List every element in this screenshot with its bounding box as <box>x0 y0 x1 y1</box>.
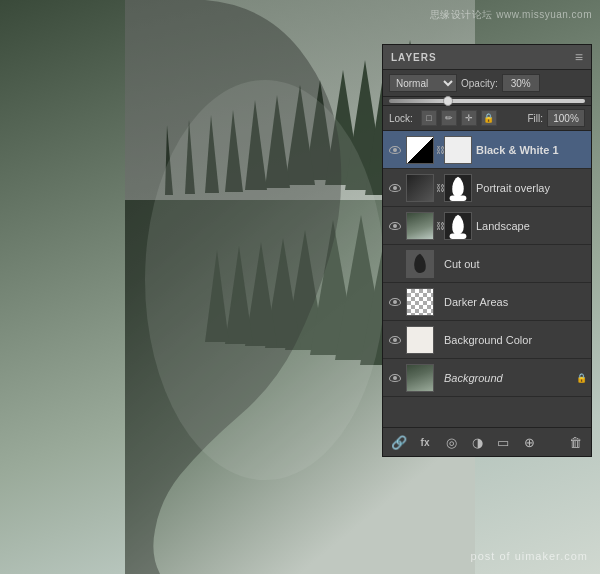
layer-name-background: Background <box>444 372 572 384</box>
layer-visibility-bgcolor[interactable] <box>387 332 403 348</box>
adjustment-icon[interactable]: ◑ <box>467 432 487 452</box>
layer-name-landscape: Landscape <box>476 220 587 232</box>
eye-icon-landscape <box>389 222 401 230</box>
lock-icon-background: 🔒 <box>576 373 587 383</box>
panel-title: LAYERS <box>391 52 437 63</box>
layer-visibility-bw1[interactable] <box>387 142 403 158</box>
blend-mode-select[interactable]: Normal Multiply Screen Overlay <box>389 74 457 92</box>
eye-icon-bw1 <box>389 146 401 154</box>
layer-row-cutout[interactable]: Cut out <box>383 245 591 283</box>
fill-input[interactable] <box>547 109 585 127</box>
layer-row-bgcolor[interactable]: Background Color <box>383 321 591 359</box>
layer-mask-portrait <box>444 174 472 202</box>
layer-thumb-bw1 <box>406 136 434 164</box>
link-icon[interactable]: 🔗 <box>389 432 409 452</box>
layer-name-darker: Darker Areas <box>444 296 587 308</box>
lock-transparent-btn[interactable]: □ <box>421 110 437 126</box>
delete-layer-icon[interactable]: 🗑 <box>565 432 585 452</box>
eye-icon-bgcolor <box>389 336 401 344</box>
opacity-slider-thumb[interactable] <box>443 96 453 106</box>
opacity-input[interactable] <box>502 74 540 92</box>
svg-point-26 <box>145 80 385 480</box>
layer-row-bw1[interactable]: ⛓ Black & White 1 <box>383 131 591 169</box>
opacity-slider-track[interactable] <box>389 99 585 103</box>
layer-name-bgcolor: Background Color <box>444 334 587 346</box>
layer-visibility-darker[interactable] <box>387 294 403 310</box>
mask-icon[interactable]: ◎ <box>441 432 461 452</box>
svg-rect-28 <box>450 233 467 239</box>
chain-icon-bw1: ⛓ <box>436 145 444 155</box>
fill-label: Fill: <box>527 113 543 124</box>
layer-visibility-cutout[interactable] <box>387 256 403 272</box>
layer-mask-landscape <box>444 212 472 240</box>
lock-position-btn[interactable]: ✛ <box>461 110 477 126</box>
fx-icon[interactable]: fx <box>415 432 435 452</box>
layer-name-portrait: Portrait overlay <box>476 182 587 194</box>
panel-menu-icon[interactable]: ≡ <box>575 49 583 65</box>
watermark-top: 思缘设计论坛 www.missyuan.com <box>430 8 592 22</box>
lock-label: Lock: <box>389 113 413 124</box>
blend-opacity-row: Normal Multiply Screen Overlay Opacity: <box>383 70 591 97</box>
opacity-slider-row <box>383 97 591 106</box>
layer-visibility-portrait[interactable] <box>387 180 403 196</box>
layer-thumb-darker <box>406 288 434 316</box>
panel-footer: 🔗 fx ◎ ◑ ▭ ⊕ 🗑 <box>383 427 591 456</box>
lock-all-btn[interactable]: 🔒 <box>481 110 497 126</box>
layer-name-bw1: Black & White 1 <box>476 144 587 156</box>
layers-panel: LAYERS ≡ Normal Multiply Screen Overlay … <box>382 44 592 457</box>
layer-row-background[interactable]: Background 🔒 <box>383 359 591 397</box>
eye-icon-darker <box>389 298 401 306</box>
new-layer-icon[interactable]: ⊕ <box>519 432 539 452</box>
eye-icon-background <box>389 374 401 382</box>
layer-thumb-portrait <box>406 174 434 202</box>
layer-row-landscape[interactable]: ⛓ Landscape <box>383 207 591 245</box>
lock-row: Lock: □ ✏ ✛ 🔒 Fill: <box>383 106 591 131</box>
lock-pixels-btn[interactable]: ✏ <box>441 110 457 126</box>
panel-header: LAYERS ≡ <box>383 45 591 70</box>
layer-visibility-landscape[interactable] <box>387 218 403 234</box>
chain-icon-landscape: ⛓ <box>436 221 444 231</box>
layer-row-portrait[interactable]: ⛓ Portrait overlay <box>383 169 591 207</box>
group-icon[interactable]: ▭ <box>493 432 513 452</box>
eye-icon-portrait <box>389 184 401 192</box>
layer-thumb-cutout <box>406 250 434 278</box>
layer-thumb-landscape <box>406 212 434 240</box>
layer-visibility-background[interactable] <box>387 370 403 386</box>
chain-icon-portrait: ⛓ <box>436 183 444 193</box>
layer-thumb-background <box>406 364 434 392</box>
layer-mask-bw1 <box>444 136 472 164</box>
opacity-label: Opacity: <box>461 78 498 89</box>
svg-rect-27 <box>450 195 467 201</box>
panel-spacer <box>383 397 591 427</box>
layer-name-cutout: Cut out <box>444 258 587 270</box>
layer-row-darker[interactable]: Darker Areas <box>383 283 591 321</box>
watermark-bottom: post of uimaker.com <box>471 550 588 562</box>
layer-thumb-bgcolor <box>406 326 434 354</box>
